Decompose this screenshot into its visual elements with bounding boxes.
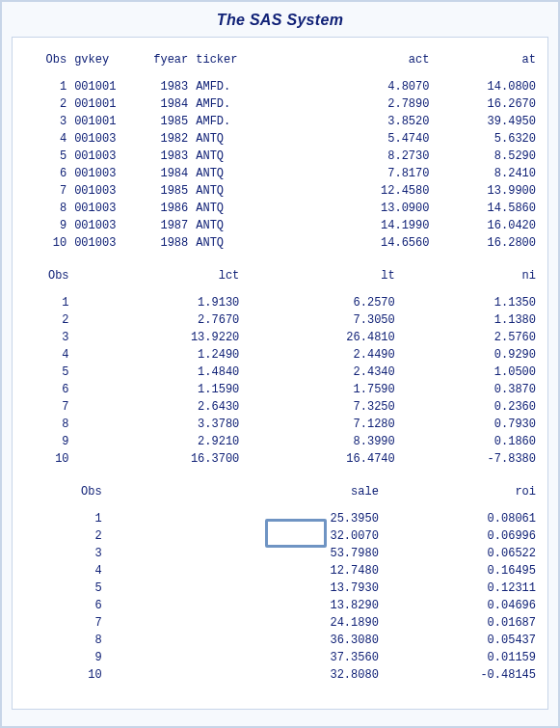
cell: 6.2570 xyxy=(243,294,398,311)
cell: 12.4580 xyxy=(256,182,433,200)
cell: 001001 xyxy=(70,113,135,130)
table-row: 80010031986ANTQ13.090014.5860 xyxy=(20,200,540,217)
cell: 1983 xyxy=(135,78,192,95)
cell: 14.6560 xyxy=(256,234,433,252)
table-row: 11.91306.25701.1350 xyxy=(20,294,540,311)
cell: 5.6320 xyxy=(433,130,540,148)
cell: 24.1890 xyxy=(106,614,383,632)
table-row: 412.74800.16495 xyxy=(20,562,540,580)
cell: 2.9210 xyxy=(73,433,244,450)
cell: 8 xyxy=(20,416,73,433)
table-row: 100010031988ANTQ14.656016.2800 xyxy=(20,234,540,252)
cell: 001003 xyxy=(70,130,135,148)
cell: 9 xyxy=(20,649,106,666)
cell: 9 xyxy=(20,217,70,234)
table-row: 353.79800.06522 xyxy=(20,545,540,562)
table-row: 83.37807.12800.7930 xyxy=(20,416,540,433)
cell: 16.3700 xyxy=(73,450,244,468)
table-row: 313.922026.48102.5760 xyxy=(20,329,540,346)
cell: 001001 xyxy=(70,78,135,95)
cell: 0.08061 xyxy=(383,510,540,527)
cell: 2.7670 xyxy=(73,311,244,329)
cell: 1.1380 xyxy=(399,311,540,329)
cell: 8 xyxy=(20,632,106,649)
cell: 16.0420 xyxy=(433,217,540,234)
cell: 3 xyxy=(20,113,70,130)
cell: 5 xyxy=(20,364,73,381)
table-section-2: Obslctltni11.91306.25701.135022.76707.30… xyxy=(20,265,540,481)
cell: 7.1280 xyxy=(243,416,398,433)
cell: 37.3560 xyxy=(106,649,383,666)
cell: 3.8520 xyxy=(256,113,433,130)
cell: 7 xyxy=(20,182,70,200)
col-header-lt: lt xyxy=(243,265,398,294)
cell: 0.2360 xyxy=(399,398,540,416)
cell: -7.8380 xyxy=(399,450,540,468)
cell: ANTQ xyxy=(192,234,256,252)
cell: 1986 xyxy=(135,200,192,217)
col-header-Obs: Obs xyxy=(20,481,106,510)
table-row: 70010031985ANTQ12.458013.9900 xyxy=(20,182,540,200)
cell: 0.12311 xyxy=(383,580,540,597)
col-header-gvkey: gvkey xyxy=(70,49,135,78)
table-row: 30010011985AMFD.3.852039.4950 xyxy=(20,113,540,130)
table-row: 41.24902.44900.9290 xyxy=(20,346,540,364)
cell: 5 xyxy=(20,148,70,165)
cell: 6 xyxy=(20,597,106,614)
cell: 26.4810 xyxy=(243,329,398,346)
cell: 53.7980 xyxy=(106,545,383,562)
cell: 1984 xyxy=(135,165,192,182)
col-header-lct: lct xyxy=(73,265,244,294)
cell: 1983 xyxy=(135,148,192,165)
cell: 13.9220 xyxy=(73,329,244,346)
table-row: 724.18900.01687 xyxy=(20,614,540,632)
cell: 8.2410 xyxy=(433,165,540,182)
cell: 2 xyxy=(20,527,106,545)
table-section-1: Obsgvkeyfyeartickeractat10010011983AMFD.… xyxy=(20,49,540,265)
cell: 2.6430 xyxy=(73,398,244,416)
col-header-act: act xyxy=(256,49,433,78)
col-header-fyear: fyear xyxy=(135,49,192,78)
cell: 4 xyxy=(20,346,73,364)
col-header-roi: roi xyxy=(383,481,540,510)
cell: 12.7480 xyxy=(106,562,383,580)
cell: 1984 xyxy=(135,95,192,113)
cell: 1985 xyxy=(135,113,192,130)
sas-output-frame: The SAS System Obsgvkeyfyeartickeractat1… xyxy=(0,0,560,728)
cell: 1985 xyxy=(135,182,192,200)
cell: ANTQ xyxy=(192,217,256,234)
cell: ANTQ xyxy=(192,200,256,217)
table-row: 125.39500.08061 xyxy=(20,510,540,527)
cell: 13.7930 xyxy=(106,580,383,597)
col-header-Obs: Obs xyxy=(20,265,73,294)
cell: 32.0070 xyxy=(106,527,383,545)
cell: 2.4340 xyxy=(243,364,398,381)
table-row: 1016.370016.4740-7.8380 xyxy=(20,450,540,468)
cell: 14.5860 xyxy=(433,200,540,217)
cell: 1 xyxy=(20,294,73,311)
cell: 2 xyxy=(20,311,73,329)
cell: 2.5760 xyxy=(399,329,540,346)
cell: 0.01159 xyxy=(383,649,540,666)
cell: 2 xyxy=(20,95,70,113)
cell: ANTQ xyxy=(192,130,256,148)
cell: 8.2730 xyxy=(256,148,433,165)
cell: 0.06996 xyxy=(383,527,540,545)
section-spacer xyxy=(20,468,540,481)
cell: 1.2490 xyxy=(73,346,244,364)
table-row: 61.15901.75900.3870 xyxy=(20,381,540,398)
cell: 1.7590 xyxy=(243,381,398,398)
table-row: 50010031983ANTQ8.27308.5290 xyxy=(20,148,540,165)
cell: 8.5290 xyxy=(433,148,540,165)
cell: 0.9290 xyxy=(399,346,540,364)
cell: 4.8070 xyxy=(256,78,433,95)
table-row: 60010031984ANTQ7.81708.2410 xyxy=(20,165,540,182)
sas-output-body: Obsgvkeyfyeartickeractat10010011983AMFD.… xyxy=(12,37,548,710)
cell: 001003 xyxy=(70,148,135,165)
cell: 7.3250 xyxy=(243,398,398,416)
cell: 1988 xyxy=(135,234,192,252)
cell: 0.1860 xyxy=(399,433,540,450)
page-title: The SAS System xyxy=(2,2,558,37)
table-row: 937.35600.01159 xyxy=(20,649,540,666)
cell: 0.05437 xyxy=(383,632,540,649)
